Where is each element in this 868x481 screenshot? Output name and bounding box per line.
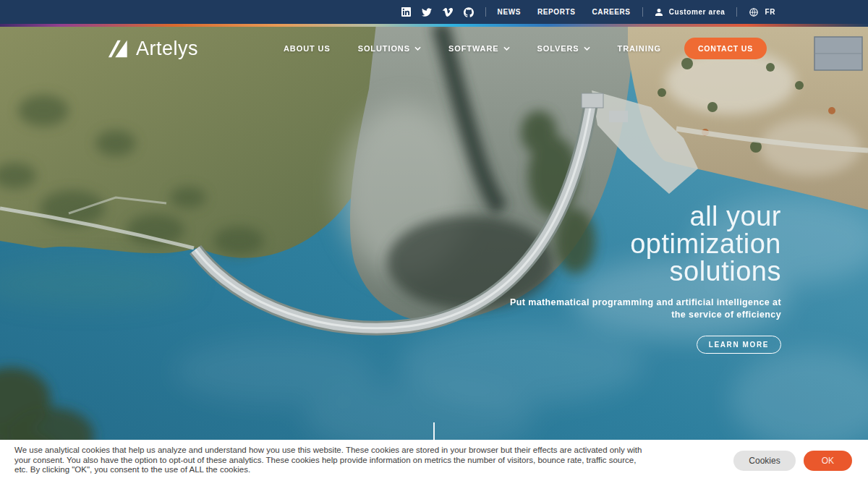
topbar-divider bbox=[736, 7, 737, 17]
topbar-link-careers[interactable]: CAREERS bbox=[592, 8, 631, 16]
hero-title-line-3: solutions bbox=[510, 257, 781, 285]
topbar-divider bbox=[642, 7, 643, 17]
cookie-actions: Cookies OK bbox=[733, 451, 852, 471]
nav-item-solvers[interactable]: SOLVERS bbox=[537, 44, 590, 53]
nav-item-software[interactable]: SOFTWARE bbox=[448, 44, 510, 53]
cookie-banner: We use analytical cookies that help us a… bbox=[0, 440, 868, 481]
topbar-divider bbox=[485, 7, 486, 17]
customer-area-label: Customer area bbox=[669, 8, 726, 16]
hero-subtitle: Put mathematical programming and artific… bbox=[510, 297, 781, 321]
github-icon[interactable] bbox=[464, 7, 474, 17]
topbar-links: NEWS REPORTS CAREERS bbox=[498, 8, 631, 16]
brand-gradient-line bbox=[0, 24, 868, 27]
linkedin-icon[interactable] bbox=[401, 7, 411, 17]
nav-item-training[interactable]: TRAINING bbox=[618, 44, 661, 53]
hero-section: all your optimization solutions Put math… bbox=[510, 203, 781, 354]
cookie-message: We use analytical cookies that help us a… bbox=[0, 446, 642, 475]
nav-menu: ABOUT US SOLUTIONS SOFTWARE SOLVERS TRAI… bbox=[284, 44, 661, 53]
scroll-indicator-line bbox=[433, 422, 435, 440]
chevron-down-icon bbox=[503, 46, 510, 51]
hero-title-line-1: all your bbox=[510, 203, 781, 230]
topbar-link-reports[interactable]: REPORTS bbox=[537, 8, 576, 16]
chevron-down-icon bbox=[414, 46, 421, 51]
hero-title: all your optimization solutions bbox=[510, 203, 781, 285]
customer-area-link[interactable]: Customer area bbox=[655, 8, 726, 17]
brand-name: Artelys bbox=[136, 38, 198, 60]
cookies-settings-button[interactable]: Cookies bbox=[733, 451, 795, 471]
artelys-logo-glyph bbox=[107, 38, 129, 59]
topbar-link-news[interactable]: NEWS bbox=[498, 8, 521, 16]
artelys-logo[interactable]: Artelys bbox=[107, 38, 198, 60]
main-navigation: Artelys ABOUT US SOLUTIONS SOFTWARE SOLV… bbox=[0, 27, 868, 70]
learn-more-button[interactable]: LEARN MORE bbox=[697, 336, 781, 354]
hero-title-line-2: optimization bbox=[510, 230, 781, 257]
twitter-icon[interactable] bbox=[422, 7, 432, 17]
nav-item-solutions[interactable]: SOLUTIONS bbox=[358, 44, 421, 53]
social-links bbox=[401, 7, 474, 17]
globe-icon bbox=[749, 7, 759, 17]
artelys-homepage: NEWS REPORTS CAREERS Customer area FR Ar… bbox=[0, 0, 868, 481]
nav-item-about-us[interactable]: ABOUT US bbox=[284, 44, 331, 53]
cookies-ok-button[interactable]: OK bbox=[804, 451, 852, 471]
chevron-down-icon bbox=[584, 46, 590, 51]
user-icon bbox=[655, 8, 663, 17]
language-label: FR bbox=[765, 8, 775, 16]
vimeo-icon[interactable] bbox=[443, 7, 453, 17]
language-switcher[interactable]: FR bbox=[749, 7, 775, 17]
topbar: NEWS REPORTS CAREERS Customer area FR bbox=[0, 0, 868, 24]
contact-us-button[interactable]: CONTACT US bbox=[684, 38, 767, 59]
